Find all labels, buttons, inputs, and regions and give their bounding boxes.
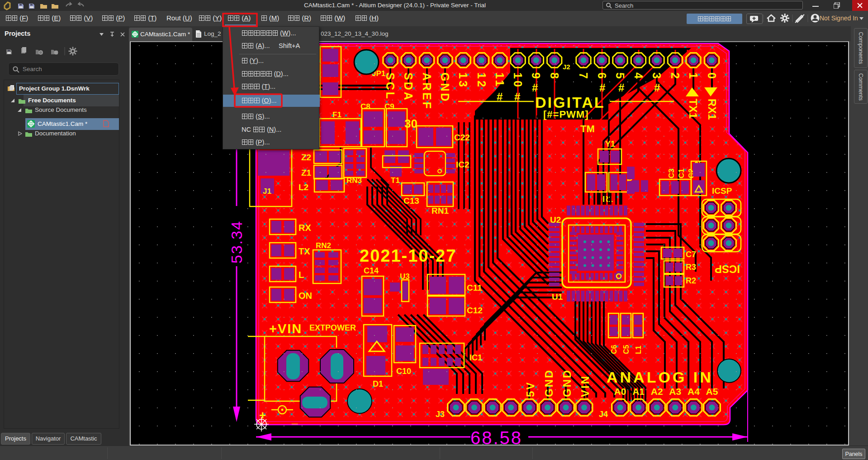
svg-text:68.58: 68.58 (470, 428, 522, 445)
svg-text:53.34: 53.34 (228, 220, 245, 264)
